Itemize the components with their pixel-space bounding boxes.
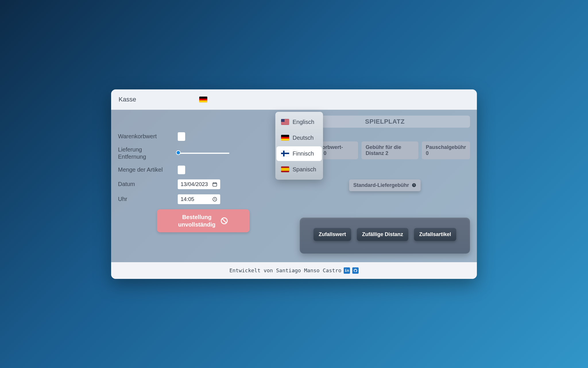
flat-fee-display: Pauschalgebühr 0 [422, 141, 470, 159]
language-dropdown: Englisch Deutsch Finnisch Spanisch [275, 112, 323, 180]
flag-es-icon [281, 166, 289, 172]
svg-rect-0 [213, 183, 217, 186]
row-items: Menge der Artikel [118, 166, 288, 174]
date-input[interactable]: 13/04/2023 [178, 179, 220, 189]
fee-row: Warenkorbwert-Gebühr 0 Gebühr für die Di… [300, 141, 470, 159]
cart-value-label: Warenkorbwert [118, 133, 173, 140]
lang-option-label: Deutsch [293, 135, 314, 141]
random-distance-button[interactable]: Zufällige Distanz [357, 228, 408, 241]
clock-icon [411, 183, 417, 188]
distance-fee-display: Gebühr für die Distanz 2 [361, 141, 418, 159]
lang-option-label: Spanisch [293, 166, 316, 173]
flag-de-icon [281, 135, 289, 141]
row-time: Uhr 14:05 [118, 194, 288, 204]
flag-us-icon [281, 119, 289, 125]
lang-option-german[interactable]: Deutsch [276, 131, 322, 145]
flag-fi-icon [281, 151, 289, 156]
linkedin-icon[interactable]: in [344, 267, 350, 274]
cart-value-input[interactable] [178, 132, 185, 141]
time-input[interactable]: 14:05 [178, 194, 220, 204]
calendar-icon [212, 182, 217, 187]
submit-label: Bestellung unvollständig [178, 213, 216, 228]
distance-slider[interactable] [178, 153, 229, 154]
items-input[interactable] [178, 166, 185, 174]
page-title: Kasse [119, 96, 136, 103]
distance-slider-wrap [178, 153, 229, 154]
row-date: Datum 13/04/2023 [118, 179, 288, 189]
lang-option-label: Englisch [293, 119, 314, 125]
playground-heading: SPIELPLATZ [300, 116, 470, 128]
footer: Entwickelt von Santiago Manso Castro in [111, 262, 477, 279]
date-value: 13/04/2023 [181, 181, 208, 187]
github-icon[interactable] [352, 267, 359, 274]
language-selector-flag[interactable] [199, 97, 207, 102]
time-label: Uhr [118, 195, 173, 203]
lang-option-spanish[interactable]: Spanisch [276, 162, 322, 177]
items-label: Menge der Artikel [118, 166, 173, 173]
submit-button[interactable]: Bestellung unvollständig [157, 209, 249, 232]
distance-label: Lieferung Entfernung [118, 146, 173, 160]
date-label: Datum [118, 181, 173, 188]
row-cart-value: Warenkorbwert [118, 132, 288, 141]
clock-icon [212, 197, 217, 202]
standard-fee-display: Standard-Liefergebühr [349, 179, 420, 191]
standard-fee-label: Standard-Liefergebühr [353, 182, 409, 188]
row-distance: Lieferung Entfernung [118, 146, 288, 160]
random-items-button[interactable]: Zufallsartikel [414, 228, 456, 241]
footer-text: Entwickelt von Santiago Manso Castro [229, 267, 341, 273]
lang-option-english[interactable]: Englisch [276, 115, 322, 129]
prohibited-icon [220, 217, 228, 225]
random-value-button[interactable]: Zufallswert [314, 228, 351, 241]
topbar: Kasse Englisch Deutsch Finnisch Spanisch [111, 89, 477, 110]
lang-option-finnish[interactable]: Finnisch [276, 146, 322, 161]
playground-panel: SPIELPLATZ Warenkorbwert-Gebühr 0 Gebühr… [300, 115, 470, 254]
app-window: Kasse Englisch Deutsch Finnisch Spanisch [111, 89, 477, 279]
slider-thumb[interactable] [176, 150, 181, 155]
random-actions-box: Zufallswert Zufällige Distanz Zufallsart… [300, 218, 470, 254]
lang-option-label: Finnisch [293, 150, 314, 157]
checkout-form: Warenkorbwert Lieferung Entfernung Menge… [118, 115, 288, 254]
time-value: 14:05 [181, 196, 194, 202]
